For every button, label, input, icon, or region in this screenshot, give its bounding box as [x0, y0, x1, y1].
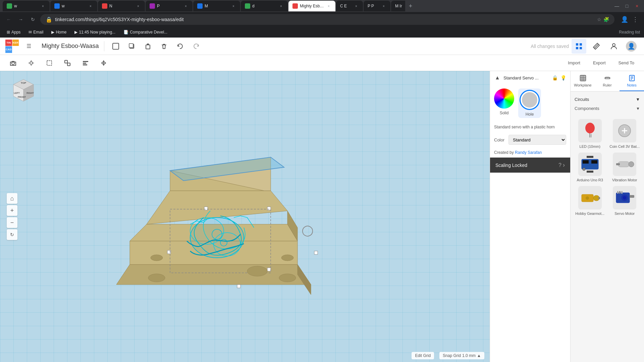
svg-rect-82: [587, 171, 593, 173]
tab-extra-1[interactable]: C E ×: [336, 1, 363, 11]
group-button[interactable]: [60, 57, 75, 69]
avatar[interactable]: 👤: [624, 39, 639, 54]
tab-3[interactable]: N ×: [98, 1, 145, 11]
tab-extra-2[interactable]: P P ×: [364, 1, 390, 11]
copy-button[interactable]: [126, 40, 138, 52]
tab-close-3[interactable]: ×: [136, 3, 141, 9]
tab-close-5[interactable]: ×: [231, 3, 236, 9]
viewport[interactable]: TOP RIGHT LEFT FRONT ⌂ + − ↻: [0, 71, 490, 362]
tab-label-5: M: [205, 4, 229, 8]
sendto-button[interactable]: Send To: [614, 57, 639, 69]
home-view-button[interactable]: ⌂: [7, 193, 17, 204]
tab-6[interactable]: d ×: [241, 1, 288, 11]
bookmark-apps[interactable]: ⊞ Apps: [4, 29, 23, 35]
svg-rect-21: [83, 63, 86, 64]
svg-rect-22: [83, 64, 87, 65]
edit-grid-button[interactable]: Edit Grid: [412, 352, 434, 359]
color-select[interactable]: Standard: [508, 135, 566, 145]
svg-point-71: [585, 123, 595, 133]
tab-close-ex1[interactable]: ×: [354, 3, 359, 9]
account-button[interactable]: [606, 39, 621, 54]
reload-button[interactable]: ↻: [28, 15, 38, 24]
tab-active[interactable]: Mighty Esboo-Waasa ×: [288, 1, 335, 11]
add-coin-cell-button[interactable]: [613, 119, 636, 142]
mirror-button[interactable]: [96, 57, 111, 69]
profile-button[interactable]: 👤: [620, 15, 629, 24]
redo-button[interactable]: [190, 40, 202, 52]
circuits-section: Circuits ▼ Components ▼: [571, 92, 644, 115]
tab-close-ex2[interactable]: ×: [381, 3, 386, 9]
bulb-icon[interactable]: 💡: [560, 75, 566, 80]
tab-1[interactable]: w ×: [3, 1, 50, 11]
bookmark-star-icon[interactable]: ☆: [597, 17, 601, 22]
tab-5[interactable]: M ×: [193, 1, 240, 11]
tab-4[interactable]: P ×: [146, 1, 193, 11]
component-coin-cell[interactable]: Coin Cell 3V Bat...: [609, 119, 640, 148]
tab-close-4[interactable]: ×: [183, 3, 189, 9]
menu-button[interactable]: ☰: [23, 40, 35, 52]
tab-close-active[interactable]: ×: [326, 3, 331, 9]
paste-button[interactable]: [142, 40, 154, 52]
bookmark-playing[interactable]: ▶ 11:45 Now playing...: [72, 29, 118, 35]
component-vibration[interactable]: Vibration Motor: [609, 153, 640, 182]
zoom-out-button[interactable]: −: [7, 217, 17, 228]
component-hobby[interactable]: Hobby Gearmot...: [575, 186, 605, 216]
tab-notes[interactable]: Notes: [620, 71, 644, 91]
orbit-button[interactable]: ↻: [7, 229, 17, 240]
box-select-button[interactable]: [42, 57, 57, 69]
lock-icon[interactable]: 🔒: [552, 75, 558, 80]
zoom-in-button[interactable]: +: [7, 205, 17, 216]
circuits-header[interactable]: Circuits ▼: [575, 94, 640, 105]
reading-list-button[interactable]: Reading list: [619, 30, 640, 35]
maximize-button[interactable]: □: [623, 2, 631, 10]
camera-tool-button[interactable]: [5, 57, 21, 69]
scaling-arrow-icon[interactable]: ›: [563, 162, 565, 169]
tab-2[interactable]: w ×: [50, 1, 97, 11]
new-tab-button[interactable]: +: [406, 1, 415, 11]
tab-close-1[interactable]: ×: [40, 3, 46, 9]
delete-button[interactable]: [158, 40, 170, 52]
tools-button[interactable]: [589, 39, 604, 54]
tab-close-2[interactable]: ×: [88, 3, 93, 9]
lock-icon: 🔒: [46, 16, 52, 23]
compass-cube[interactable]: TOP RIGHT LEFT FRONT: [10, 78, 37, 105]
svg-point-94: [623, 196, 626, 199]
bookmark-home[interactable]: ▶ Home: [49, 29, 69, 35]
prop-expand-button[interactable]: ▲: [494, 74, 501, 81]
component-servo[interactable]: Servo Motor: [609, 186, 640, 216]
extensions-icon[interactable]: 🧩: [603, 17, 609, 22]
import-button[interactable]: Import: [564, 57, 585, 69]
component-led[interactable]: LED (10mm): [575, 119, 605, 148]
tab-workplane[interactable]: Workplane: [571, 71, 595, 91]
svg-rect-5: [576, 43, 578, 46]
tab-label-4: P: [157, 4, 181, 8]
svg-point-84: [629, 162, 634, 167]
light-tool-button[interactable]: [23, 57, 39, 69]
snap-grid-value: 1.0 mm: [462, 353, 476, 358]
bookmark-comparative[interactable]: 📑 Comparative Devel...: [121, 29, 170, 35]
tab-extra-3[interactable]: M Ir ×: [391, 1, 405, 11]
grid-view-button[interactable]: [572, 39, 586, 54]
svg-rect-45: [204, 207, 208, 210]
minimize-button[interactable]: —: [612, 2, 621, 10]
undo-button[interactable]: [174, 40, 186, 52]
hole-option[interactable]: Hole: [518, 88, 541, 118]
tab-close-6[interactable]: ×: [278, 3, 284, 9]
component-arduino[interactable]: Arduino Uno R3: [575, 153, 605, 182]
svg-rect-86: [616, 163, 618, 165]
close-button[interactable]: ×: [633, 2, 641, 10]
back-button[interactable]: ←: [4, 15, 13, 24]
align-button[interactable]: [78, 57, 93, 69]
tab-ruler[interactable]: Ruler: [595, 71, 620, 91]
snap-grid-control[interactable]: Snap Grid 1.0 mm ▲: [439, 352, 484, 359]
app: TIN KER CAD ☰ Mighty Esboo-Waasa: [0, 38, 644, 362]
solid-option[interactable]: Solid: [494, 88, 514, 118]
scaling-help-icon[interactable]: ?: [558, 162, 561, 168]
address-bar[interactable]: 🔒 tinkercad.com/things/6q2Vc50S3YX-might…: [40, 14, 614, 25]
settings-button[interactable]: ⋮: [631, 15, 640, 24]
export-button[interactable]: Export: [589, 57, 610, 69]
bookmark-email[interactable]: ✉ Email: [26, 29, 46, 35]
new-shape-button[interactable]: [110, 40, 122, 52]
creator-link[interactable]: Randy Sarafan: [515, 150, 542, 155]
forward-button[interactable]: →: [16, 15, 25, 24]
